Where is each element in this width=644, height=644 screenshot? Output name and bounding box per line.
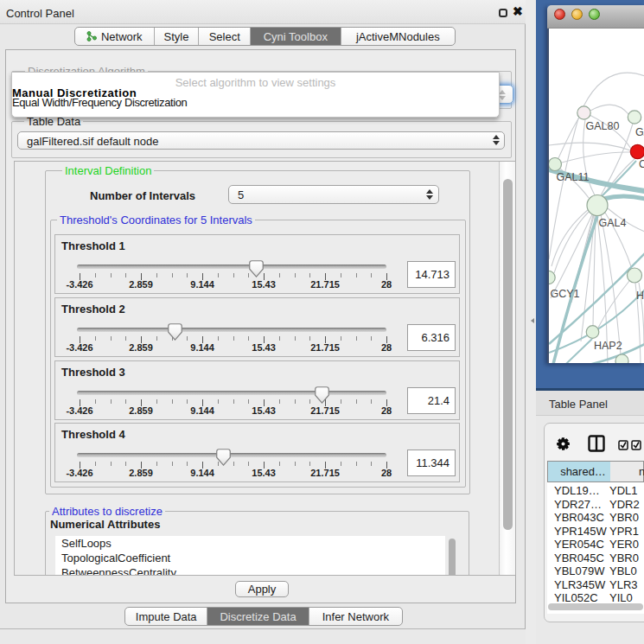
svg-text:C: C	[639, 158, 644, 170]
svg-text:GAL80: GAL80	[586, 120, 620, 132]
svg-text:GA: GA	[635, 126, 644, 138]
svg-text:HAP2: HAP2	[594, 340, 622, 352]
svg-text:GCY1: GCY1	[551, 288, 580, 300]
svg-text:GAL11: GAL11	[557, 171, 590, 183]
svg-text:H: H	[636, 290, 644, 302]
svg-text:GAL4: GAL4	[599, 217, 627, 229]
